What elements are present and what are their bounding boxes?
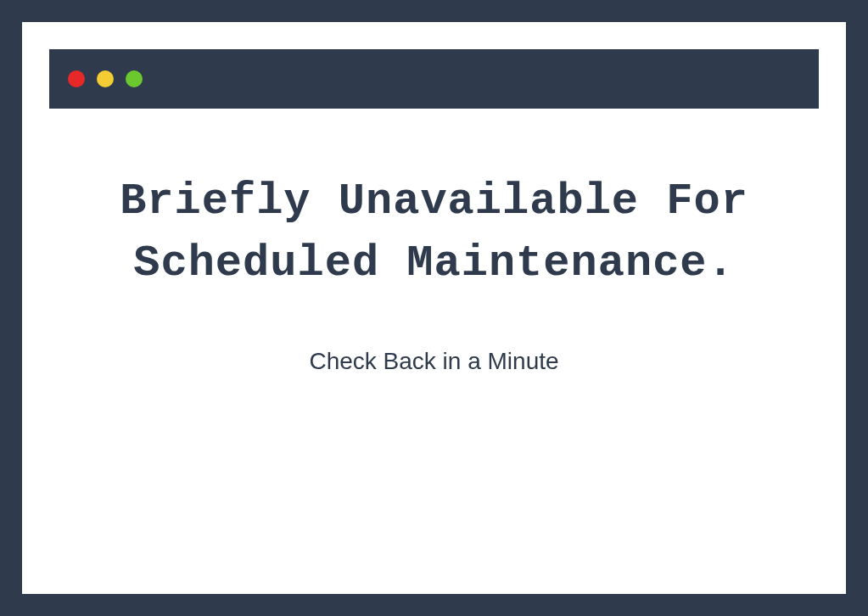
minimize-icon[interactable] (97, 70, 114, 87)
maintenance-heading: Briefly Unavailable For Scheduled Mainte… (49, 171, 819, 295)
heading-line-2: Scheduled Maintenance. (49, 233, 819, 295)
heading-line-1: Briefly Unavailable For (49, 171, 819, 233)
window-titlebar (49, 49, 819, 109)
browser-window: Briefly Unavailable For Scheduled Mainte… (22, 22, 846, 594)
maintenance-message: Briefly Unavailable For Scheduled Mainte… (49, 109, 819, 375)
maintenance-subtext: Check Back in a Minute (49, 348, 819, 375)
close-icon[interactable] (68, 70, 85, 87)
maximize-icon[interactable] (126, 70, 143, 87)
